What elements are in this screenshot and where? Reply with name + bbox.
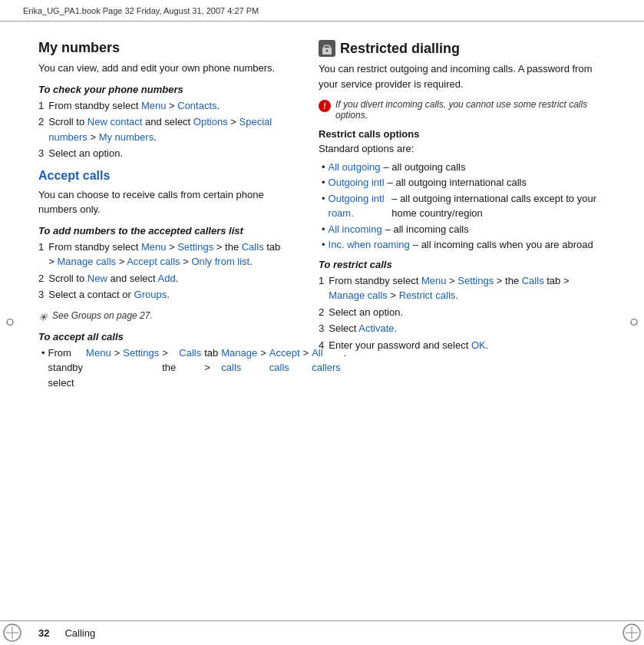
bottom-bar: 32 Calling <box>0 620 644 645</box>
accept-calls-section: Accept calls You can choose to receive c… <box>38 169 282 391</box>
accept-all-list: From standby select Menu > Settings > th… <box>38 346 282 391</box>
page-number: 32 <box>38 627 49 639</box>
all-incoming-link: All incoming <box>329 222 382 237</box>
accept-all-item: From standby select Menu > Settings > th… <box>38 346 282 391</box>
outgoing-intl-link: Outgoing intl <box>329 175 385 190</box>
accept-calls-desc: You can choose to receive calls from cer… <box>38 187 282 217</box>
option-all-outgoing: All outgoing – all outgoing calls <box>319 160 606 175</box>
footer-label: Calling <box>64 627 95 639</box>
check-phone-numbers-heading: To check your phone numbers <box>38 84 282 95</box>
check-steps-list: 1 From standby select Menu > Contacts. 2… <box>38 98 282 161</box>
manage-calls-link-3: Manage calls <box>329 289 388 301</box>
option-all-incoming: All incoming – all incoming calls <box>319 222 606 237</box>
option-outgoing-intl-roam: Outgoing intl roam. – all outgoing inter… <box>319 191 606 221</box>
groups-link-1: Groups <box>134 289 167 300</box>
add-link: Add <box>158 273 176 284</box>
restricted-dialling-title: Restricted dialling <box>340 41 460 57</box>
restrict-options-heading: Restrict calls options <box>319 128 606 140</box>
new-contact-link: New contact <box>88 116 143 127</box>
menu-link-2: Menu <box>141 241 167 253</box>
add-step-1: 1 From standby select Menu > Settings > … <box>38 240 282 270</box>
restricted-dialling-header: Restricted dialling <box>319 40 606 57</box>
restricted-dialling-desc: You can restrict outgoing and incoming c… <box>319 61 606 91</box>
my-numbers-section: My numbers You can view, add and edit yo… <box>38 40 282 161</box>
calls-tab-link-2: Calls <box>179 346 201 391</box>
ok-link: OK <box>471 339 486 351</box>
options-link-1: Options <box>193 116 228 127</box>
restrict-steps-list: 1 From standby select Menu > Settings > … <box>319 273 606 353</box>
restrict-step-3: 3 Select Activate. <box>319 321 606 336</box>
menu-link-1: Menu <box>141 100 167 111</box>
manage-calls-link-1: Manage calls <box>57 256 116 267</box>
page-container: Erika_UG_PA1.book Page 32 Friday, August… <box>0 0 644 645</box>
accept-calls-link-2: Accept calls <box>269 346 300 391</box>
svg-rect-15 <box>324 45 330 49</box>
warning-text: If you divert incoming calls, you cannot… <box>335 99 606 121</box>
check-step-3: 3 Select an option. <box>38 146 282 161</box>
add-step-2: 2 Scroll to New and select Add. <box>38 271 282 286</box>
tip-icon: ✳ <box>38 311 48 323</box>
tip-box: ✳ See Groups on page 27. <box>38 310 282 323</box>
my-numbers-title: My numbers <box>38 40 282 56</box>
activate-link: Activate <box>358 322 394 334</box>
special-numbers-link: Special numbers <box>48 116 272 143</box>
outgoing-intl-roam-link: Outgoing intl roam. <box>329 191 389 221</box>
restrict-step-4: 4 Enter your password and select OK. <box>319 338 606 353</box>
main-content: My numbers You can view, add and edit yo… <box>0 22 644 620</box>
svg-point-16 <box>326 50 329 52</box>
restrict-step-2: 2 Select an option. <box>319 305 606 320</box>
my-numbers-link: My numbers <box>99 131 154 143</box>
only-from-list-link: Only from list <box>191 256 249 267</box>
add-numbers-list: 1 From standby select Menu > Settings > … <box>38 240 282 303</box>
all-outgoing-link: All outgoing <box>329 160 381 175</box>
book-info: Erika_UG_PA1.book Page 32 Friday, August… <box>23 6 259 15</box>
new-link: New <box>88 273 107 284</box>
top-bar: Erika_UG_PA1.book Page 32 Friday, August… <box>0 0 644 22</box>
menu-link-3: Menu <box>86 346 111 391</box>
settings-link-1: Settings <box>177 241 213 253</box>
left-column: My numbers You can view, add and edit yo… <box>0 22 303 620</box>
accept-calls-title: Accept calls <box>38 169 282 183</box>
right-column: Restricted dialling You can restrict out… <box>303 22 644 620</box>
calls-tab-link-3: Calls <box>522 275 544 286</box>
my-numbers-desc: You can view, add and edit your own phon… <box>38 61 282 76</box>
settings-link-3: Settings <box>457 275 494 286</box>
accept-all-heading: To accept all calls <box>38 331 282 342</box>
standard-options-text: Standard options are: <box>319 141 606 157</box>
warning-icon: ! <box>319 100 331 112</box>
option-inc-roaming: Inc. when roaming – all incoming calls w… <box>319 237 606 253</box>
restrict-calls-link: Restrict calls <box>399 289 456 301</box>
restrict-step-1: 1 From standby select Menu > Settings > … <box>319 273 606 303</box>
add-step-3: 3 Select a contact or Groups. <box>38 287 282 303</box>
add-numbers-heading: To add numbers to the accepted callers l… <box>38 225 282 237</box>
check-step-1: 1 From standby select Menu > Contacts. <box>38 98 282 114</box>
calls-tab-link-1: Calls <box>242 241 264 253</box>
restrict-options-list: All outgoing – all outgoing calls Outgoi… <box>319 160 606 253</box>
inc-when-roaming-link: Inc. when roaming <box>329 237 410 253</box>
manage-calls-link-2: Manage calls <box>221 346 257 391</box>
settings-link-2: Settings <box>123 346 159 391</box>
restricted-dialling-section: Restricted dialling You can restrict out… <box>319 40 606 352</box>
warning-box: ! If you divert incoming calls, you cann… <box>319 99 606 121</box>
to-restrict-calls-heading: To restrict calls <box>319 259 606 270</box>
check-step-2: 2 Scroll to New contact and select Optio… <box>38 114 282 144</box>
menu-link-4: Menu <box>421 275 447 286</box>
contacts-link: Contacts <box>177 100 216 111</box>
accept-calls-link-1: Accept calls <box>127 256 180 267</box>
restricted-dialling-icon <box>319 40 335 57</box>
option-outgoing-intl: Outgoing intl – all outgoing internation… <box>319 175 606 190</box>
tip-text: See Groups on page 27. <box>52 310 153 321</box>
